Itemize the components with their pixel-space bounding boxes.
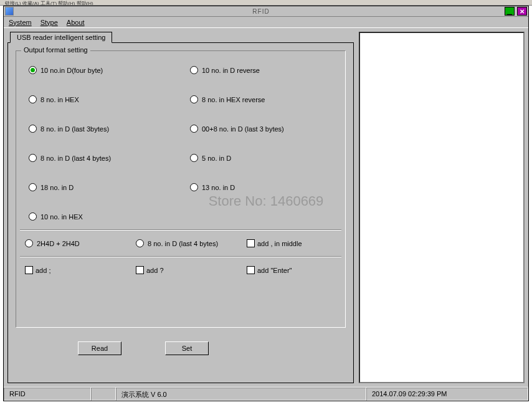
radio-label: 8 no. in D (last 4 bytes) bbox=[148, 240, 218, 247]
checkbox-add-semicolon[interactable]: add ; bbox=[25, 266, 117, 274]
radio-label: 18 no. in D bbox=[40, 184, 74, 191]
checkbox-icon bbox=[25, 266, 33, 274]
checkbox-add-enter[interactable]: add "Enter" bbox=[247, 266, 339, 274]
radio-label: 2H4D + 2H4D bbox=[37, 240, 80, 247]
statusbar: RFID 演示系统 V 6.0 2014.07.09 02:29:39 PM bbox=[4, 387, 528, 401]
minimize-button[interactable]: ▁ bbox=[505, 7, 515, 16]
browser-menu-artifact: 链接(L) 收藏(A) 工具(T) 帮助(H) 帮助(H) bbox=[0, 0, 532, 6]
set-button[interactable]: Set bbox=[165, 341, 209, 355]
window-title: RFID bbox=[17, 8, 505, 15]
status-version: 演示系统 V 6.0 bbox=[116, 388, 366, 401]
radio-label: 8 no. in HEX bbox=[40, 96, 79, 103]
radio-option[interactable]: 8 no. in HEX reverse bbox=[190, 95, 339, 103]
radio-icon bbox=[29, 66, 37, 74]
radio-option[interactable]: 8 no. in HEX bbox=[29, 95, 178, 103]
radio-option[interactable]: 10 no.in D(four byte) bbox=[29, 66, 178, 74]
menu-about[interactable]: About bbox=[67, 19, 85, 26]
radio-icon bbox=[136, 239, 144, 247]
divider bbox=[20, 229, 341, 231]
titlebar: RFID ▁ ✕ bbox=[4, 6, 528, 17]
radio-icon bbox=[29, 95, 37, 103]
radio-label: 10 no.in D(four byte) bbox=[40, 67, 103, 74]
radio-8no-last4-b[interactable]: 8 no. in D (last 4 bytes) bbox=[136, 239, 228, 247]
app-icon bbox=[5, 7, 14, 16]
checkbox-add-question[interactable]: add ? bbox=[136, 266, 228, 274]
radio-label: 10 no. in D reverse bbox=[202, 67, 260, 74]
tab-usb-reader[interactable]: USB reader intelligent setting bbox=[10, 32, 112, 43]
radio-icon bbox=[29, 212, 37, 221]
radio-icon bbox=[25, 239, 33, 247]
radio-icon bbox=[190, 66, 198, 74]
radio-label: 13 no. in D bbox=[202, 184, 235, 191]
checkbox-icon bbox=[136, 266, 144, 274]
checkbox-label: add , in middle bbox=[257, 240, 302, 247]
radio-label: 00+8 no. in D (last 3 bytes) bbox=[202, 125, 284, 133]
menu-system[interactable]: System bbox=[9, 19, 32, 26]
menu-stype[interactable]: Stype bbox=[40, 19, 58, 26]
radio-icon bbox=[190, 125, 198, 133]
divider bbox=[20, 256, 341, 257]
radio-label: 5 no. in D bbox=[202, 155, 231, 162]
output-format-group: Output format setting 10 no.in D(four by… bbox=[16, 50, 346, 328]
checkbox-label: add ; bbox=[36, 267, 50, 274]
status-datetime: 2014.07.09 02:29:39 PM bbox=[366, 388, 528, 401]
radio-label: 8 no. in D (last 3bytes) bbox=[40, 125, 109, 133]
tab-body: Output format setting 10 no.in D(four by… bbox=[7, 42, 354, 383]
read-button[interactable]: Read bbox=[78, 341, 121, 355]
radio-option[interactable]: 10 no. in HEX bbox=[29, 212, 178, 221]
output-list[interactable] bbox=[359, 32, 525, 383]
radio-label: 8 no. in D (last 4 bytes) bbox=[40, 155, 111, 162]
radio-icon bbox=[190, 95, 198, 103]
checkbox-icon bbox=[247, 266, 255, 274]
radio-option[interactable]: 8 no. in D (last 4 bytes) bbox=[29, 154, 178, 162]
radio-icon bbox=[29, 125, 37, 133]
menubar: System Stype About bbox=[4, 17, 528, 28]
radio-icon bbox=[190, 183, 198, 191]
checkbox-label: add ? bbox=[146, 267, 164, 274]
radio-option[interactable]: 13 no. in D bbox=[190, 183, 339, 191]
radio-option[interactable]: 8 no. in D (last 3bytes) bbox=[29, 125, 178, 133]
radio-label: 8 no. in HEX reverse bbox=[202, 96, 265, 103]
main-window: RFID ▁ ✕ System Stype About USB reader i… bbox=[3, 6, 529, 401]
checkbox-label: add "Enter" bbox=[257, 267, 292, 274]
radio-icon bbox=[190, 154, 198, 162]
status-app: RFID bbox=[4, 388, 91, 401]
checkbox-add-middle[interactable]: add , in middle bbox=[247, 239, 339, 247]
checkbox-icon bbox=[247, 239, 255, 247]
radio-option[interactable]: 5 no. in D bbox=[190, 154, 339, 162]
groupbox-title: Output format setting bbox=[21, 46, 90, 54]
radio-2h4d[interactable]: 2H4D + 2H4D bbox=[25, 239, 117, 247]
status-spacer bbox=[91, 388, 116, 401]
radio-option[interactable]: 10 no. in D reverse bbox=[190, 66, 339, 74]
radio-option[interactable]: 00+8 no. in D (last 3 bytes) bbox=[190, 125, 339, 133]
radio-option[interactable]: 18 no. in D bbox=[29, 183, 178, 191]
close-button[interactable]: ✕ bbox=[517, 7, 527, 16]
radio-icon bbox=[29, 183, 37, 191]
radio-label: 10 no. in HEX bbox=[40, 213, 83, 221]
radio-icon bbox=[29, 154, 37, 162]
left-panel: USB reader intelligent setting Output fo… bbox=[7, 32, 354, 383]
